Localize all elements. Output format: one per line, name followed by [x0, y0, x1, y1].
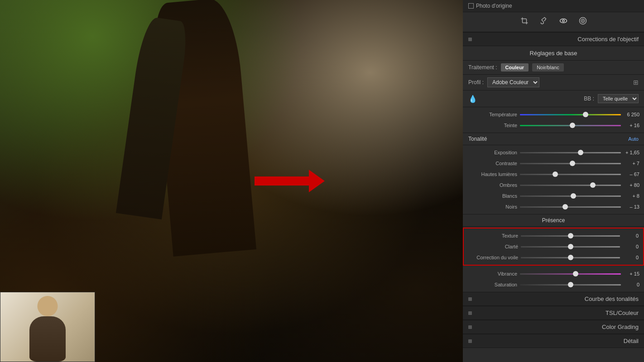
texture-slider-container — [521, 232, 620, 239]
contraste-thumb[interactable] — [570, 161, 575, 166]
webcam-background — [0, 292, 95, 362]
collapse-dot-color-grading — [468, 325, 472, 329]
noirs-slider-container — [520, 203, 621, 210]
arrow-head — [309, 170, 325, 192]
noirs-thumb[interactable] — [562, 204, 568, 210]
tonality-sliders: Exposition + 1,65 Contraste + 7 Hautes l… — [463, 145, 644, 214]
noirs-row: Noirs – 13 — [463, 201, 644, 212]
noirs-value: – 13 — [624, 204, 639, 210]
webcam-overlay — [0, 292, 95, 362]
collapse-dot-detail — [468, 339, 472, 343]
contraste-row: Contraste + 7 — [463, 158, 644, 169]
ombres-row: Ombres + 80 — [463, 180, 644, 191]
person-silhouette — [29, 316, 66, 362]
blancs-track — [520, 195, 621, 197]
teinte-value: + 16 — [624, 123, 639, 128]
collapse-dot-courbe — [468, 297, 472, 301]
saturation-slider-container — [520, 281, 621, 288]
tsl-couleur-title: TSL/Couleur — [476, 310, 639, 316]
collapse-dot-corrections — [468, 38, 472, 41]
correction-voile-value: 0 — [623, 255, 639, 260]
saturation-thumb[interactable] — [568, 282, 573, 287]
corrections-objectif-title: Corrections de l'objectif — [476, 36, 639, 43]
traitement-label: Traitement : — [468, 64, 497, 71]
hautes-lumieres-track — [520, 174, 621, 175]
grid-icon[interactable]: ⊞ — [633, 79, 639, 86]
svg-point-1 — [562, 20, 564, 22]
hautes-lumieres-value: – 67 — [624, 171, 639, 177]
teinte-row: Teinte + 16 — [463, 120, 644, 131]
hautes-lumieres-slider-container — [520, 171, 621, 178]
texture-thumb[interactable] — [568, 233, 573, 238]
contraste-track — [520, 163, 621, 164]
photo-origine-checkbox-item[interactable]: Photo d'origine — [468, 3, 512, 9]
arrow-shaft — [255, 176, 309, 186]
saturation-track — [520, 284, 621, 286]
red-arrow-indicator — [255, 170, 325, 192]
noirs-label: Noirs — [467, 204, 517, 210]
tonalite-title: Tonalité — [468, 136, 487, 142]
exposition-row: Exposition + 1,65 — [463, 147, 644, 158]
noir-blanc-button[interactable]: Noir/blanc — [532, 63, 564, 71]
eyedropper-icon[interactable]: 💧 — [468, 95, 477, 103]
detail-title: Détail — [476, 338, 639, 344]
traitement-row: Traitement : Couleur Noir/blanc — [463, 61, 644, 75]
detail-section[interactable]: Détail — [463, 334, 644, 348]
vibrance-thumb[interactable] — [573, 271, 578, 276]
clarte-row: Clarté 0 — [464, 241, 643, 252]
tool-icons-row — [463, 12, 644, 32]
color-grading-section[interactable]: Color Grading — [463, 320, 644, 334]
temperature-thumb[interactable] — [583, 112, 588, 117]
vibrance-label: Vibrance — [467, 271, 517, 276]
profil-select[interactable]: Adobe Couleur — [487, 77, 539, 87]
bb-label: BB : — [584, 95, 594, 102]
profil-row: Profil : Adobe Couleur ⊞ — [463, 75, 644, 90]
correction-voile-label: Correction du voile — [468, 255, 518, 260]
teinte-track — [520, 125, 621, 126]
noirs-track — [520, 206, 621, 208]
tsl-couleur-section[interactable]: TSL/Couleur — [463, 306, 644, 320]
couleur-button[interactable]: Couleur — [501, 63, 529, 71]
collapse-dot-tsl — [468, 311, 472, 315]
presence-sliders: Texture 0 Clarté 0 Correction du — [464, 229, 643, 265]
blancs-thumb[interactable] — [571, 193, 576, 199]
presence-header: Présence — [463, 214, 644, 227]
exposition-track — [520, 152, 621, 153]
exposition-label: Exposition — [467, 150, 517, 155]
radial-icon[interactable] — [579, 17, 587, 27]
clarte-track — [521, 246, 620, 248]
clarte-value: 0 — [623, 244, 639, 249]
ombres-thumb[interactable] — [590, 182, 596, 188]
correction-voile-row: Correction du voile 0 — [464, 252, 643, 263]
corrections-objectif-section[interactable]: Corrections de l'objectif — [463, 32, 644, 46]
exposition-slider-container — [520, 149, 621, 156]
top-bar: Photo d'origine — [463, 0, 644, 12]
hautes-lumieres-thumb[interactable] — [553, 171, 558, 177]
texture-value: 0 — [623, 233, 639, 238]
temperature-value: 6 250 — [624, 112, 639, 117]
hautes-lumieres-row: Hautes lumières – 67 — [463, 169, 644, 180]
clarte-thumb[interactable] — [568, 244, 573, 249]
profil-label: Profil : — [468, 79, 484, 86]
teinte-thumb[interactable] — [570, 123, 575, 128]
auto-button[interactable]: Auto — [628, 136, 639, 142]
courbe-tonalites-section[interactable]: Courbe des tonalités — [463, 292, 644, 306]
contraste-value: + 7 — [624, 161, 639, 166]
photo-origine-checkbox[interactable] — [468, 3, 474, 9]
vibrance-value: + 15 — [624, 271, 639, 276]
eye-icon[interactable] — [559, 17, 567, 27]
right-panel: Photo d'origine — [463, 0, 644, 362]
temperature-slider-container — [520, 111, 621, 118]
crop-icon[interactable] — [520, 17, 529, 27]
reglages-base-title: Réglages de base — [463, 46, 644, 61]
texture-label: Texture — [468, 233, 518, 238]
brush-icon[interactable] — [540, 17, 548, 27]
exposition-value: + 1,65 — [624, 150, 639, 155]
bb-select[interactable]: Telle quelle — [598, 94, 639, 103]
saturation-label: Saturation — [467, 282, 517, 287]
teinte-slider-container — [520, 122, 621, 129]
ombres-track — [520, 185, 621, 186]
correction-voile-thumb[interactable] — [568, 255, 573, 260]
vibrance-saturation-sliders: Vibrance + 15 Saturation 0 — [463, 267, 644, 292]
exposition-thumb[interactable] — [578, 150, 583, 155]
